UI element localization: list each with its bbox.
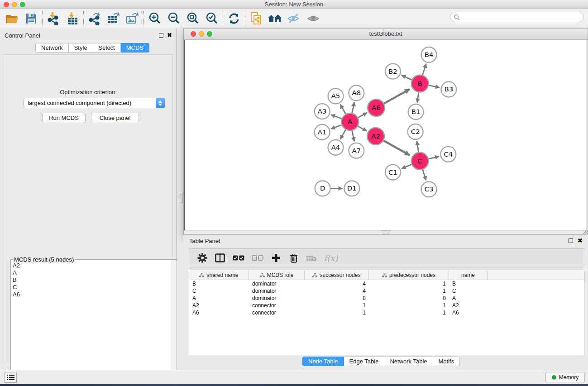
table-settings-button[interactable] [194,250,211,266]
export-table-button[interactable] [104,10,123,27]
refresh-button[interactable] [225,10,244,27]
cell-MCDS-role[interactable]: dominator [249,281,305,287]
memory-button[interactable]: Memory [545,372,585,382]
edge-A-A3[interactable] [331,115,341,119]
cell-successor-nodes[interactable]: 4 [305,281,369,287]
cell-successor-nodes[interactable]: 1 [305,302,369,309]
import-network-button[interactable] [44,10,63,27]
network-graph[interactable]: AA1A2A3A4A5A6A7A8BB1B2B3B4CC1C2C3C4DD1 [185,40,587,230]
edge-B-B4[interactable] [423,64,426,75]
zoom-fit-button[interactable] [183,10,202,27]
float-panel-icon[interactable] [569,238,573,243]
cell-MCDS-role[interactable]: connector [249,310,305,316]
window-resize-grip[interactable] [582,228,588,234]
edge-A-A6[interactable] [358,113,367,118]
edge-A2-C[interactable] [383,141,410,155]
edge-C-C1[interactable] [402,164,411,168]
edge-A-A5[interactable] [340,105,346,114]
mcds-result-list[interactable]: A2ABCA6 [11,260,172,386]
cell-MCDS-role[interactable]: connector [249,302,305,309]
tab-network[interactable]: Network [35,43,69,52]
table-row[interactable]: Bdominator41B [189,280,584,287]
horizontal-split-handle[interactable] [382,230,390,234]
cell-predecessor-nodes[interactable]: 1 [369,281,449,287]
mcds-list-scrollbar[interactable] [172,260,177,386]
tab-motifs[interactable]: Motifs [433,357,460,366]
mcds-result-item[interactable]: C [13,284,172,291]
edge-A-A1[interactable] [331,125,341,129]
mcds-result-item[interactable]: A6 [13,291,172,298]
delete-table-button[interactable] [302,250,320,266]
search-input[interactable] [462,13,583,21]
cell-name[interactable]: B [449,281,488,287]
tab-node-table[interactable]: Node Table [302,357,344,366]
tab-mcds[interactable]: MCDS [121,43,149,52]
zoom-selected-button[interactable] [202,10,221,27]
cell-predecessor-nodes[interactable]: 1 [369,310,449,316]
delete-columns-button[interactable] [285,250,302,266]
mcds-result-item[interactable]: B [13,276,172,284]
column-header-name[interactable]: name [449,270,488,280]
select-all-button[interactable] [229,250,248,266]
edge-A-A7[interactable] [352,131,354,142]
hide-selected-button[interactable] [285,10,304,27]
table-row[interactable]: Adominator80A [189,295,584,302]
search-field[interactable] [450,12,584,22]
edge-B-B1[interactable] [417,92,419,102]
cell-successor-nodes[interactable]: 1 [305,310,369,316]
export-image-button[interactable] [123,10,142,27]
first-neighbors-button[interactable] [266,10,285,27]
network-window-titlebar[interactable]: testGlobe.txt [184,29,588,40]
vertical-split-handle[interactable] [180,195,183,203]
show-columns-button[interactable] [211,250,229,266]
cell-predecessor-nodes[interactable]: 1 [369,288,449,294]
node-table[interactable]: shared nameMCDS rolesuccessor nodesprede… [189,270,584,355]
optimization-criterion-dropdown[interactable]: largest connected component (directed) [24,98,165,108]
function-builder-button[interactable]: f(x) [320,250,341,266]
column-header-predecessor-nodes[interactable]: predecessor nodes [369,270,449,280]
create-column-button[interactable] [267,250,285,266]
cell-name[interactable]: A [449,295,488,301]
cell-MCDS-role[interactable]: dominator [249,295,305,301]
column-header-MCDS-role[interactable]: MCDS role [249,270,305,280]
cell-predecessor-nodes[interactable]: 0 [369,295,449,301]
cell-successor-nodes[interactable]: 4 [305,288,369,294]
cell-MCDS-role[interactable]: dominator [249,288,305,294]
edge-C-C2[interactable] [417,141,419,152]
table-row[interactable]: Cdominator41C [189,287,584,295]
cell-name[interactable]: A2 [449,302,488,309]
export-network-button[interactable] [85,10,104,27]
close-panel-icon[interactable]: ✖ [167,33,172,38]
edge-A-A2[interactable] [358,126,367,131]
edge-A6-B[interactable] [384,89,410,103]
edge-A-A4[interactable] [340,129,346,139]
cell-shared-name[interactable]: A2 [189,302,249,309]
import-table-button[interactable] [63,10,82,27]
tab-network-table[interactable]: Network Table [384,357,433,366]
tab-edge-table[interactable]: Edge Table [344,357,385,366]
save-session-button[interactable] [22,10,41,27]
zoom-in-button[interactable] [145,10,164,27]
table-row[interactable]: A6connector11A6 [189,309,584,316]
cell-shared-name[interactable]: A [189,295,249,301]
mcds-result-item[interactable]: A [13,269,172,276]
network-canvas[interactable]: AA1A2A3A4A5A6A7A8BB1B2B3B4CC1C2C3C4DD1 [184,40,587,230]
cell-shared-name[interactable]: C [189,288,249,294]
open-session-button[interactable] [3,10,22,27]
show-all-button[interactable] [304,10,323,27]
mcds-result-item[interactable]: A2 [13,262,172,269]
cell-successor-nodes[interactable]: 8 [305,295,369,301]
float-panel-icon[interactable] [159,33,163,38]
edge-B-B2[interactable] [402,75,412,80]
cell-name[interactable]: C [449,288,488,294]
deselect-all-button[interactable] [248,250,267,266]
new-network-from-selection-button[interactable] [247,10,266,27]
edge-B-B3[interactable] [429,86,440,88]
run-mcds-button[interactable]: Run MCDS [42,113,86,123]
edge-C-C3[interactable] [423,170,426,181]
zoom-out-button[interactable] [164,10,183,27]
close-panel-button[interactable]: Close panel [91,113,139,123]
column-header-shared-name[interactable]: shared name [189,270,249,280]
close-panel-icon[interactable]: ✖ [578,238,583,243]
tab-select[interactable]: Select [93,43,121,52]
